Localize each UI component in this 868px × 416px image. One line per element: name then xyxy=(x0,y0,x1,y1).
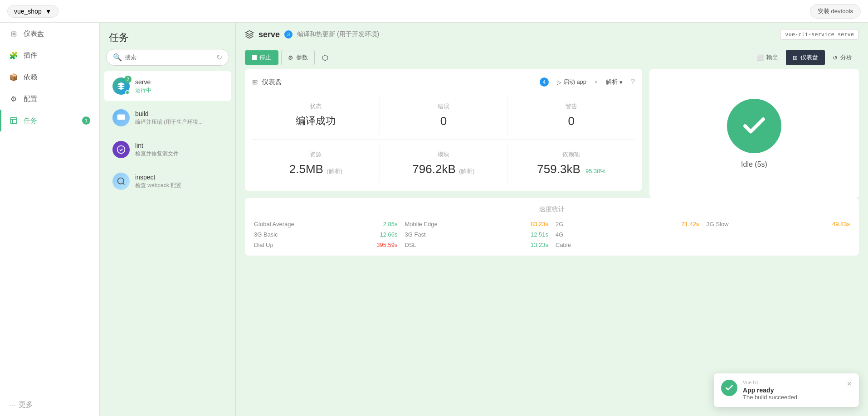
project-name: vue_shop xyxy=(14,8,42,15)
sidebar-item-tasks[interactable]: 任务 1 xyxy=(0,110,99,131)
params-button[interactable]: ⚙ 参数 xyxy=(281,50,315,65)
mobile-edge-value: 83.23s xyxy=(531,221,548,227)
idle-label: Idle (5s) xyxy=(741,160,767,169)
svg-point-7 xyxy=(118,178,124,184)
tab-dashboard[interactable]: ⊞ 仪表盘 xyxy=(786,50,825,65)
speed-global-avg: Global Average 2.85s xyxy=(254,221,398,227)
analysis-btn[interactable]: 解析 ▾ xyxy=(601,76,627,88)
warnings-value: 0 xyxy=(515,114,628,128)
config-icon: ⚙ xyxy=(9,94,18,103)
sidebar-label-tasks: 任务 xyxy=(24,116,37,125)
stats-section: ⊞ 仪表盘 4 ▷ 启动 app • 解析 ▾ xyxy=(245,69,859,198)
stat-assets: 资源 2.5MB (解析) xyxy=(252,143,380,184)
dashboard-tab-icon: ⊞ xyxy=(793,54,798,61)
tab-output[interactable]: ⬜ 输出 xyxy=(750,50,785,65)
assets-sub: (解析) xyxy=(327,168,342,174)
serve-title: serve xyxy=(258,30,280,39)
success-panel: Idle (5s) xyxy=(649,69,859,198)
toast-title: App ready xyxy=(743,387,841,394)
dialup-value: 395.59s xyxy=(376,242,397,248)
modules-sub: (解析) xyxy=(459,168,475,174)
analysis-icon: ↺ xyxy=(833,54,838,61)
search-input[interactable] xyxy=(125,54,214,61)
tasks-icon xyxy=(9,116,18,125)
speed-cable: Cable xyxy=(556,242,699,248)
build-icon xyxy=(112,109,130,126)
4g-label: 4G xyxy=(556,231,563,238)
stats-card: ⊞ 仪表盘 4 ▷ 启动 app • 解析 ▾ xyxy=(245,69,642,191)
sidebar-item-config[interactable]: ⚙ 配置 xyxy=(0,88,99,110)
speed-3g-slow: 3G Slow 49.83s xyxy=(707,221,850,227)
status-label: 状态 xyxy=(259,102,372,111)
plugins-icon: 🧩 xyxy=(9,51,18,60)
right-tabs: ⬜ 输出 ⊞ 仪表盘 ↺ 分析 xyxy=(750,50,859,65)
sidebar-label-config: 配置 xyxy=(24,95,37,103)
sidebar-item-dashboard[interactable]: ⊞ 仪表盘 xyxy=(0,23,99,44)
output-icon: ⬜ xyxy=(756,54,764,61)
dsl-value: 13.23s xyxy=(531,242,548,248)
stats-row-1: 状态 编译成功 错误 0 警告 0 xyxy=(252,95,635,135)
stats-card-header: ⊞ 仪表盘 4 ▷ 启动 app • 解析 ▾ xyxy=(252,76,635,88)
header-actions: 4 ▷ 启动 app • 解析 ▾ ? xyxy=(540,76,635,88)
dropdown-icon: ▼ xyxy=(45,8,52,15)
open-button[interactable]: ⬡ xyxy=(317,50,333,65)
search-container[interactable]: 🔍 ↻ xyxy=(106,49,229,66)
speed-empty xyxy=(707,231,850,238)
mobile-edge-label: Mobile Edge xyxy=(405,221,438,227)
2g-label: 2G xyxy=(556,221,563,227)
sidebar-label-dashboard: 仪表盘 xyxy=(24,29,44,38)
3g-fast-label: 3G Fast xyxy=(405,231,426,238)
output-label: 输出 xyxy=(766,53,778,62)
sidebar-more[interactable]: ··· 更多 xyxy=(0,394,99,416)
project-selector[interactable]: vue_shop ▼ xyxy=(7,5,59,18)
subtitle: 编译和热更新 (用于开发环境) xyxy=(297,30,379,39)
modules-sub-label: 解析 xyxy=(461,168,473,174)
assets-value: 2.5MB (解析) xyxy=(259,162,372,176)
task-item-serve[interactable]: 2 serve 运行中 xyxy=(104,71,231,101)
toast-close-button[interactable]: × xyxy=(847,380,852,388)
sidebar-item-dependencies[interactable]: 📦 依赖 xyxy=(0,66,99,88)
chevron-down-icon: ▾ xyxy=(619,79,623,86)
start-app-button[interactable]: ▷ 启动 app xyxy=(552,76,591,88)
deps-main: 759.3kB xyxy=(537,162,580,176)
svg-line-8 xyxy=(123,183,125,185)
svg-rect-3 xyxy=(117,115,125,120)
title-badge: 3 xyxy=(284,30,293,39)
toast-content: Vue UI App ready The build succeeded. xyxy=(743,380,841,401)
svg-rect-0 xyxy=(10,117,17,124)
tab-analysis[interactable]: ↺ 分析 xyxy=(826,50,859,65)
refresh-icon[interactable]: ↻ xyxy=(216,53,222,62)
more-label: 更多 xyxy=(19,400,33,410)
task-item-inspect[interactable]: inspect 检查 webpack 配置 xyxy=(104,166,231,196)
task-item-build[interactable]: build 编译并压缩 (用于生产环境... xyxy=(104,103,231,133)
3g-slow-label: 3G Slow xyxy=(707,221,729,227)
tasks-header: 任务 xyxy=(100,23,235,49)
modules-main: 796.2kB xyxy=(412,162,455,176)
assets-label: 资源 xyxy=(259,150,372,159)
sidebar-label-plugins: 插件 xyxy=(24,51,37,60)
help-icon[interactable]: ? xyxy=(631,78,635,86)
sidebar-item-plugins[interactable]: 🧩 插件 xyxy=(0,44,99,66)
deps-value: 759.3kB 95.38% xyxy=(515,162,628,176)
stop-button[interactable]: 停止 xyxy=(245,50,278,65)
cable-label: Cable xyxy=(556,242,571,248)
tasks-badge: 1 xyxy=(82,116,90,125)
content-header: serve 3 编译和热更新 (用于开发环境) vue-cli-service … xyxy=(236,23,868,46)
task-item-lint[interactable]: lint 检查并修复源文件 xyxy=(104,135,231,164)
grid-icon: ⊞ xyxy=(252,78,258,86)
speed-2g: 2G 71.42s xyxy=(556,221,699,227)
dsl-label: DSL xyxy=(405,242,416,248)
success-circle xyxy=(727,99,781,153)
inspect-desc: 检查 webpack 配置 xyxy=(135,182,223,189)
deps-percent: 95.38% xyxy=(585,168,605,174)
3g-slow-value: 49.83s xyxy=(832,221,850,227)
assets-main: 2.5MB xyxy=(289,162,323,176)
header-badge: 4 xyxy=(540,77,549,87)
dashboard-tab-label: 仪表盘 xyxy=(800,53,818,62)
speed-title: 速度统计 xyxy=(254,205,850,213)
install-devtools-button[interactable]: 安装 devtools xyxy=(810,4,861,19)
serve-status: 运行中 xyxy=(135,87,223,94)
command-badge: vue-cli-service serve xyxy=(780,29,859,40)
task-title: serve 3 编译和热更新 (用于开发环境) xyxy=(245,30,379,39)
analysis-label: 分析 xyxy=(840,53,852,62)
